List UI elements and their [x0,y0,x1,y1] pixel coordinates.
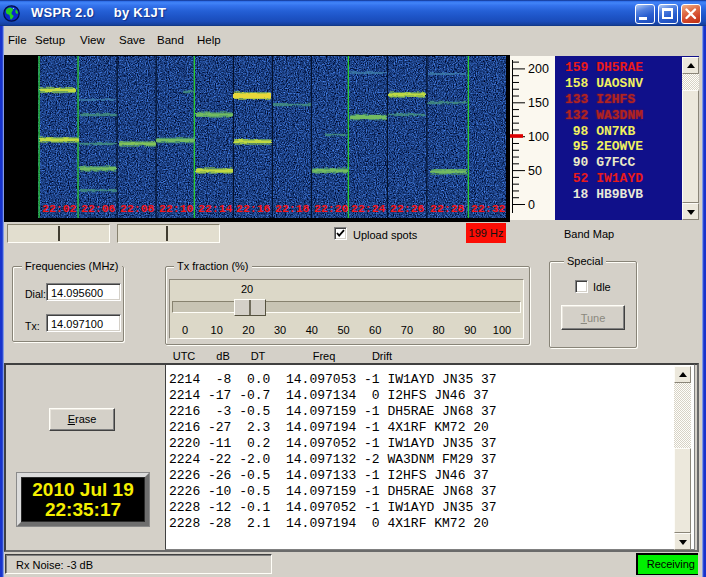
svg-text:22:26: 22:26 [390,202,425,215]
svg-text:200: 200 [528,62,549,76]
svg-text:22:28: 22:28 [430,202,465,215]
svg-text:22:08: 22:08 [120,202,155,215]
svg-text:22:06: 22:06 [81,202,116,215]
svg-text:22:20: 22:20 [314,202,349,215]
svg-text:22:10: 22:10 [159,202,194,215]
svg-text:22:14: 22:14 [198,202,233,215]
svg-text:22:32: 22:32 [471,202,506,215]
svg-text:150: 150 [528,96,549,110]
svg-text:22:16: 22:16 [236,202,271,215]
svg-text:50: 50 [528,164,542,178]
svg-text:22:02: 22:02 [42,202,77,215]
svg-text:100: 100 [528,130,549,144]
svg-text:0: 0 [528,198,535,212]
svg-text:22:18: 22:18 [275,202,310,215]
svg-text:22:24: 22:24 [351,202,386,215]
